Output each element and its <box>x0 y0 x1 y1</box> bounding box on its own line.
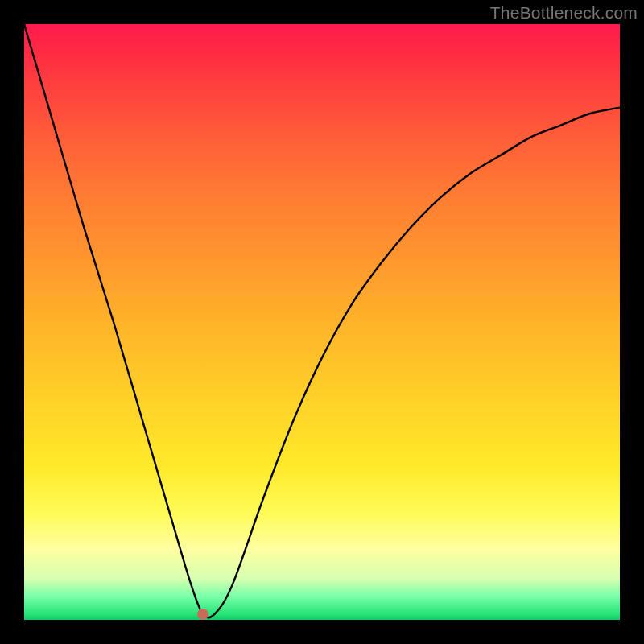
watermark-text: TheBottleneck.com <box>490 3 638 23</box>
bottleneck-curve-svg <box>24 24 620 620</box>
chart-plot-area <box>24 24 620 620</box>
bottleneck-curve-path <box>24 24 620 617</box>
optimal-point-marker <box>197 609 208 620</box>
